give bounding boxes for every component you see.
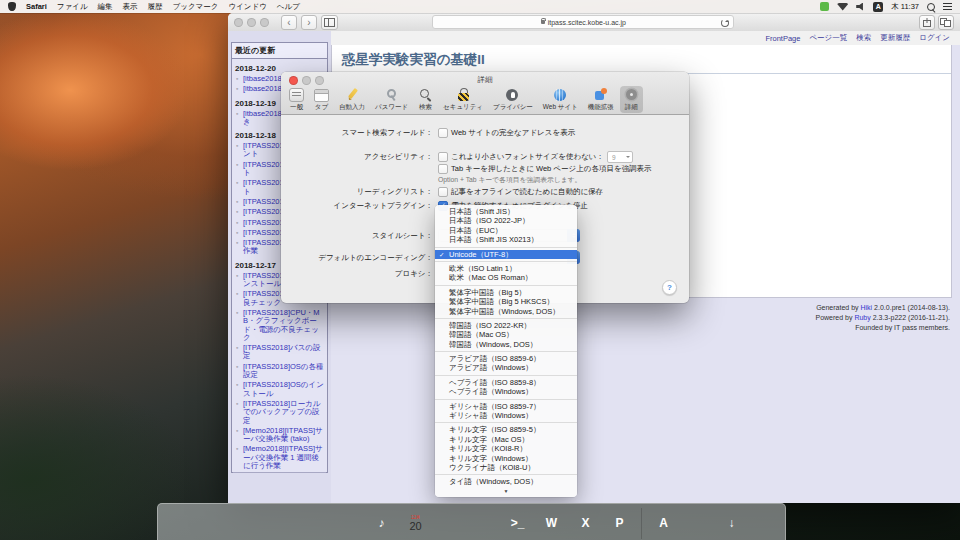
encoding-menu-item[interactable]: 日本語（ISO 2022-JP） (435, 216, 577, 225)
encoding-menu-item[interactable]: 韓国語（Mac OS） (435, 330, 577, 339)
menu-bar-item[interactable]: ウインドウ (228, 2, 266, 12)
encoding-menu-item[interactable]: ヘブライ語（Windows） (435, 387, 577, 396)
reload-icon[interactable] (721, 19, 729, 27)
input-source-icon[interactable]: A (873, 2, 883, 12)
back-button[interactable]: ‹ (281, 15, 297, 30)
mission-control-icon[interactable] (231, 508, 260, 537)
encoding-menu-item[interactable]: 欧米（ISO Latin 1） (435, 264, 577, 273)
menu-bar-item[interactable]: ヘルプ (277, 2, 300, 12)
sidebar-link[interactable]: [Memo2018][ITPASS]サーバ交換作業 1 週間後に行う作業 (243, 445, 325, 470)
menu-bar-item[interactable]: 表示 (123, 2, 138, 12)
preferences-tab[interactable]: 検索 (414, 86, 437, 113)
page-nav-link[interactable]: ログイン (919, 33, 950, 43)
word-icon[interactable]: W (537, 508, 566, 537)
volume-icon[interactable] (856, 3, 865, 11)
encoding-menu-item[interactable]: ヘブライ語（ISO 8859-8） (435, 378, 577, 387)
encoding-menu-item[interactable]: ウクライナ語（KOI8-U） (435, 463, 577, 472)
close-button[interactable] (234, 18, 243, 27)
smart-search-checkbox[interactable] (438, 128, 448, 138)
encoding-menu-item[interactable]: 繁体字中国語（Big 5 HKSCS） (435, 297, 577, 306)
sidebar-link[interactable]: [ITPASS2018]OSの各種設定 (243, 363, 325, 380)
encoding-menu-item[interactable]: 日本語（EUC） (435, 226, 577, 235)
encoding-menu-item[interactable]: ギリシャ語（ISO 8859-7） (435, 402, 577, 411)
preferences-tab[interactable]: 自動入力 (335, 86, 369, 113)
tab-overview-button[interactable] (938, 15, 954, 30)
font-size-select[interactable]: 9 (607, 151, 633, 163)
preferences-titlebar[interactable]: 詳細 一般 タブ 自動入力 (281, 72, 689, 115)
encoding-menu-item[interactable]: 繁体字中国語（Big 5） (435, 288, 577, 297)
encoding-menu-item[interactable]: キリル文字（Mac OS） (435, 435, 577, 444)
preferences-tab[interactable]: セキュリティ (439, 86, 487, 113)
encoding-menu-item[interactable]: 日本語（Shift JIS X0213） (435, 235, 577, 244)
powerpoint-icon[interactable]: P (605, 508, 634, 537)
menu-bar-item[interactable]: ブックマーク (173, 2, 219, 12)
menu-bar-item[interactable]: 履歴 (148, 2, 163, 12)
page-nav-link[interactable]: FrontPage (765, 34, 800, 43)
footer-link[interactable]: Ruby (854, 314, 870, 321)
page-nav-link[interactable]: 検索 (856, 33, 871, 43)
encoding-menu-item[interactable]: アラビア語（Windows） (435, 363, 577, 372)
menu-bar-item[interactable]: Safari (26, 2, 47, 12)
menu-bar-item[interactable]: ファイル (57, 2, 88, 12)
sidebar-toggle-button[interactable] (321, 15, 338, 30)
folder-documents-icon[interactable] (683, 508, 712, 537)
menu-bar-item[interactable]: 編集 (98, 2, 113, 12)
page-nav-link[interactable]: 更新履歴 (880, 33, 910, 43)
encoding-menu-item[interactable]: キリル文字（Windows） (435, 454, 577, 463)
encoding-menu-item[interactable]: 韓国語（ISO 2022-KR） (435, 321, 577, 330)
textedit-icon[interactable] (469, 508, 498, 537)
encoding-menu-item[interactable]: キリル文字（ISO 8859-5） (435, 425, 577, 434)
menu-scroll-down-icon[interactable]: ▼ (435, 487, 577, 495)
calendar-icon[interactable]: 12月 20 (401, 508, 430, 537)
system-preferences-icon[interactable] (265, 508, 294, 537)
share-button[interactable] (919, 15, 935, 30)
finder-icon[interactable] (163, 508, 192, 537)
wifi-icon[interactable] (837, 3, 848, 11)
preferences-tab[interactable]: プライバシー (489, 86, 537, 113)
encoding-menu-item[interactable]: 韓国語（Windows, DOS） (435, 340, 577, 349)
apple-icon[interactable] (8, 2, 16, 11)
encoding-menu-item[interactable]: タイ語（Windows, DOS） (435, 477, 577, 486)
menu-bar-clock[interactable]: 木 11:37 (891, 2, 919, 12)
encoding-menu-item[interactable]: キリル文字（KOI8-R） (435, 444, 577, 453)
excel-icon[interactable]: X (571, 508, 600, 537)
spotlight-icon[interactable] (927, 3, 935, 11)
terminal-icon[interactable]: >_ (503, 508, 532, 537)
preferences-tab[interactable]: 詳細 (620, 86, 643, 113)
preview-icon[interactable] (435, 508, 464, 537)
launchpad-icon[interactable] (197, 508, 226, 537)
folder-downloads-icon[interactable]: ↓ (717, 508, 746, 537)
sidebar-link[interactable]: [ITPASS2018]バスの設定 (243, 344, 325, 361)
address-bar[interactable]: itpass.scitec.kobe-u.ac.jp (432, 15, 734, 29)
safari-icon[interactable] (333, 508, 362, 537)
preferences-tab[interactable]: 一般 (285, 86, 308, 113)
app-status-icon[interactable] (820, 2, 829, 11)
preferences-tab[interactable]: タブ (310, 86, 333, 113)
forward-button[interactable]: › (301, 15, 317, 30)
preferences-tab[interactable]: 機能拡張 (584, 86, 618, 113)
page-nav-link[interactable]: ページ一覧 (809, 33, 847, 43)
encoding-menu-item[interactable]: アラビア語（ISO 8859-6） (435, 354, 577, 363)
folder-applications-icon[interactable]: A (649, 508, 678, 537)
notification-center-icon[interactable] (943, 3, 952, 10)
footer-link[interactable]: Hiki (861, 304, 873, 311)
encoding-menu-item[interactable]: 欧米（Mac OS Roman） (435, 273, 577, 282)
itunes-icon[interactable]: ♪ (367, 508, 396, 537)
preferences-tab[interactable]: Web サイト (539, 86, 582, 113)
sidebar-link[interactable]: [ITPASS2018]OSのインストール (243, 381, 325, 398)
encoding-menu-item[interactable]: Unicode（UTF-8） (435, 250, 577, 259)
thunderbird-icon[interactable] (299, 508, 328, 537)
accessibility-font-checkbox[interactable] (438, 152, 448, 162)
sidebar-link[interactable]: [ITPASS2018]ローカルでのバックアップの設定 (243, 400, 325, 425)
minimize-button[interactable] (247, 18, 256, 27)
zoom-button[interactable] (260, 18, 269, 27)
sidebar-link[interactable]: [Memo2018][ITPASS]サーバ交換作業 (tako) (243, 427, 325, 444)
trash-icon[interactable] (751, 508, 780, 537)
encoding-menu-item[interactable]: 日本語（Shift JIS） (435, 207, 577, 216)
accessibility-tab-checkbox[interactable] (438, 164, 448, 174)
encoding-menu-item[interactable]: ギリシャ語（Windows） (435, 411, 577, 420)
sidebar-link[interactable]: [ITPASS2018]CPU・MB・グラフィックボード・電源の不良チェック (243, 309, 325, 342)
help-button[interactable]: ? (662, 280, 677, 295)
reading-list-checkbox[interactable] (438, 187, 448, 197)
preferences-tab[interactable]: パスワード (371, 86, 412, 113)
